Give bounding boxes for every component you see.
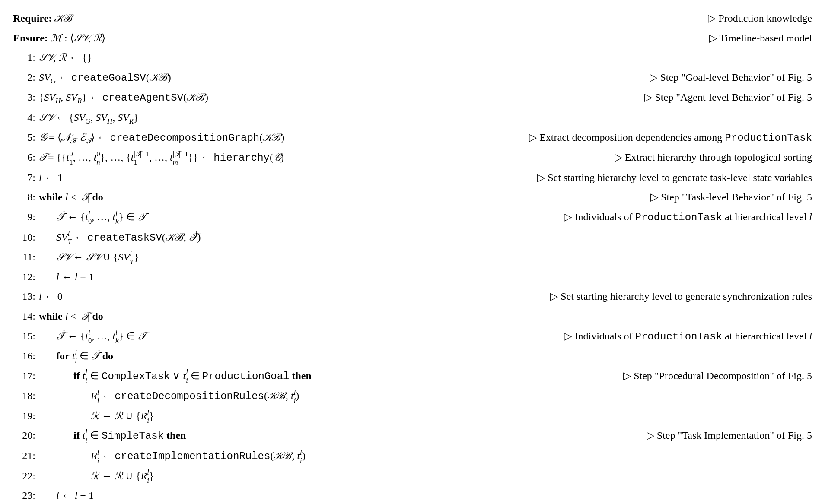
line-23: 23: l ← l + 1 — [13, 486, 812, 504]
line-body: 𝒢 = ⟨𝒩𝒯, ℰ𝒯⟩ ← createDecompositionGraph(… — [39, 128, 284, 148]
line-19: 19: ℛ ← ℛ ∪ {Rli} — [13, 406, 812, 426]
line-10: 10: SVlT ← createTaskSV(𝒦ℬ, 𝒯l) — [13, 228, 812, 248]
line-body: l ← l + 1 — [39, 486, 94, 504]
line-comment: Step "Task Implementation" of Fig. 5 — [629, 426, 812, 446]
line-comment: Set starting hierarchy level to generate… — [533, 287, 812, 307]
lineno: 18: — [13, 386, 39, 406]
line-13: 13: l ← 0 Set starting hierarchy level t… — [13, 287, 812, 307]
ensure-keyword: Ensure: — [13, 32, 48, 44]
line-comment: Step "Task-level Behavior" of Fig. 5 — [633, 187, 812, 207]
lineno: 23: — [13, 486, 39, 504]
lineno: 22: — [13, 466, 39, 486]
do-keyword: do — [92, 311, 103, 322]
line-12: 12: l ← l + 1 — [13, 267, 812, 287]
line-22: 22: ℛ ← ℛ ∪ {Rli} — [13, 466, 812, 486]
lineno: 17: — [13, 366, 39, 386]
for-keyword: for — [56, 350, 70, 361]
ensure-comment: Timeline-based model — [692, 29, 812, 48]
line-body: l ← l + 1 — [39, 267, 94, 287]
line-2: 2: SVG ← createGoalSV(𝒦ℬ) Step "Goal-lev… — [13, 68, 812, 88]
line-16: 16: for tli ∈ 𝒯l do — [13, 346, 812, 366]
line-5: 5: 𝒢 = ⟨𝒩𝒯, ℰ𝒯⟩ ← createDecompositionGra… — [13, 128, 812, 148]
lineno: 4: — [13, 108, 39, 128]
line-body: for tli ∈ 𝒯l do — [39, 346, 113, 366]
line-11: 11: 𝒮𝒱 ← 𝒮𝒱 ∪ {SVlT} — [13, 247, 812, 267]
line-6: 6: 𝒯 = {{t01, …, t0n}, …, {t|𝒯|−11, …, t… — [13, 148, 812, 168]
ensure-line: Ensure: ℳ : ⟨𝒮𝒱, ℛ⟩ Timeline-based model — [13, 29, 812, 48]
line-20: 20: if tli ∈ SimpleTask then Step "Task … — [13, 426, 812, 446]
line-3: 3: {SVH, SVR} ← createAgentSV(𝒦ℬ) Step "… — [13, 88, 812, 108]
line-body: SVG ← createGoalSV(𝒦ℬ) — [39, 68, 171, 88]
line-comment: Individuals of ProductionTask at hierarc… — [547, 326, 812, 347]
lineno: 15: — [13, 326, 39, 346]
lineno: 10: — [13, 228, 39, 247]
line-body: Rli ← createDecompositionRules(𝒦ℬ, tli) — [39, 386, 299, 406]
line-body: 𝒯l ← {tl0, …, tlk} ∈ 𝒯 — [39, 207, 144, 227]
line-4: 4: 𝒮𝒱 ← {SVG, SVH, SVR} — [13, 108, 812, 128]
comment-code: ProductionTask — [635, 331, 722, 342]
line-body: while l < |𝒯| do — [39, 187, 103, 207]
comment-suffix: at hierarchical level l — [722, 330, 812, 342]
line-body: l ← 1 — [39, 168, 63, 188]
line-body: 𝒯 = {{t01, …, t0n}, …, {t|𝒯|−11, …, t|𝒯|… — [39, 148, 284, 168]
line-comment: Extract hierarchy through topological so… — [597, 148, 812, 168]
line-body: ℛ ← ℛ ∪ {Rli} — [39, 466, 154, 486]
comment-code: ProductionTask — [635, 212, 722, 223]
line-body: 𝒮𝒱 ← {SVG, SVH, SVR} — [39, 108, 139, 128]
line-body: if tli ∈ ComplexTask ∨ tli ∈ ProductionG… — [39, 366, 312, 387]
while-keyword: while — [39, 191, 63, 203]
line-body: while l < |𝒯| do — [39, 307, 103, 326]
do-keyword: do — [92, 191, 103, 203]
lineno: 7: — [13, 168, 39, 188]
line-body: 𝒮𝒱, ℛ ← {} — [39, 48, 92, 68]
line-comment: Extract decomposition dependencies among… — [512, 128, 812, 148]
line-1: 1: 𝒮𝒱, ℛ ← {} — [13, 48, 812, 68]
line-body: 𝒯l ← {tl0, …, tlk} ∈ 𝒯 — [39, 326, 144, 346]
lineno: 16: — [13, 346, 39, 366]
line-body: SVlT ← createTaskSV(𝒦ℬ, 𝒯l) — [39, 228, 201, 248]
lineno: 1: — [13, 48, 39, 68]
require-value: 𝒦ℬ — [54, 13, 73, 24]
lineno: 20: — [13, 426, 39, 446]
if-keyword: if — [73, 430, 80, 441]
line-17: 17: if tli ∈ ComplexTask ∨ tli ∈ Product… — [13, 366, 812, 387]
line-15: 15: 𝒯l ← {tl0, …, tlk} ∈ 𝒯 Individuals o… — [13, 326, 812, 347]
line-comment: Step "Goal-level Behavior" of Fig. 5 — [632, 68, 812, 88]
lineno: 5: — [13, 128, 39, 148]
ensure-value: ℳ : ⟨𝒮𝒱, ℛ⟩ — [51, 32, 105, 44]
line-comment: Set starting hierarchy level to generate… — [520, 168, 812, 188]
lineno: 14: — [13, 307, 39, 326]
lineno: 6: — [13, 148, 39, 168]
line-comment: Individuals of ProductionTask at hierarc… — [547, 207, 812, 228]
line-comment: Step "Procedural Decomposition" of Fig. … — [606, 366, 812, 386]
lineno: 11: — [13, 247, 39, 267]
lineno: 12: — [13, 267, 39, 287]
comment-code: ProductionTask — [725, 132, 812, 144]
line-body: 𝒮𝒱 ← 𝒮𝒱 ∪ {SVlT} — [39, 247, 139, 267]
line-18: 18: Rli ← createDecompositionRules(𝒦ℬ, t… — [13, 386, 812, 406]
require-line: Require: 𝒦ℬ Production knowledge — [13, 9, 812, 29]
line-21: 21: Rli ← createImplementationRules(𝒦ℬ, … — [13, 446, 812, 466]
line-8: 8: while l < |𝒯| do Step "Task-level Beh… — [13, 187, 812, 207]
require-keyword: Require: — [13, 13, 52, 24]
if-keyword: if — [73, 370, 80, 381]
lineno: 2: — [13, 68, 39, 88]
lineno: 13: — [13, 287, 39, 307]
lineno: 8: — [13, 187, 39, 207]
line-body: {SVH, SVR} ← createAgentSV(𝒦ℬ) — [39, 88, 208, 108]
comment-suffix: at hierarchical level l — [722, 211, 812, 222]
algorithm-block: Require: 𝒦ℬ Production knowledge Ensure:… — [13, 9, 812, 504]
while-keyword: while — [39, 311, 63, 322]
lineno: 21: — [13, 446, 39, 466]
line-body: if tli ∈ SimpleTask then — [39, 426, 186, 446]
line-body: l ← 0 — [39, 287, 63, 307]
then-keyword: then — [292, 370, 311, 381]
line-comment: Step "Agent-level Behavior" of Fig. 5 — [627, 88, 812, 108]
lineno: 19: — [13, 406, 39, 426]
line-body: Rli ← createImplementationRules(𝒦ℬ, tli) — [39, 446, 306, 466]
line-body: ℛ ← ℛ ∪ {Rli} — [39, 406, 154, 426]
line-9: 9: 𝒯l ← {tl0, …, tlk} ∈ 𝒯 Individuals of… — [13, 207, 812, 228]
do-keyword: do — [102, 350, 113, 361]
lineno: 3: — [13, 88, 39, 108]
comment-text: Extract decomposition dependencies among — [539, 132, 725, 143]
